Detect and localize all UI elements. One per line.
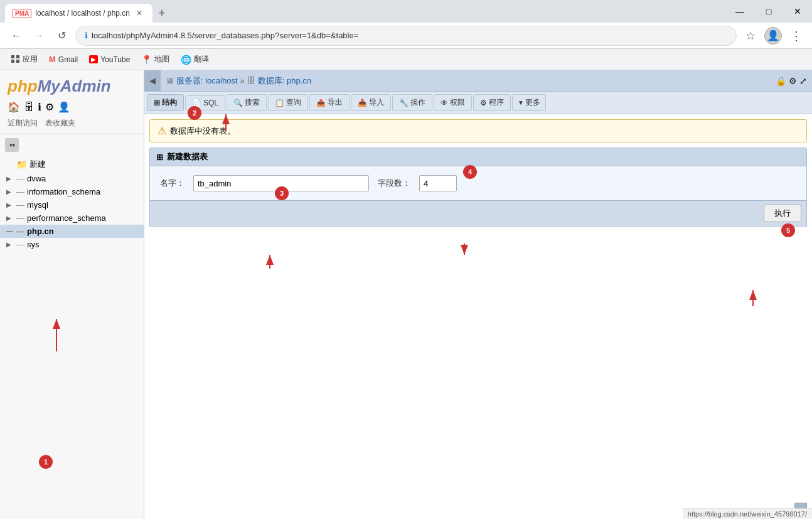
nav-collapse-button[interactable]: ◀ <box>144 70 161 92</box>
browser-chrome: PMA localhost / localhost / php.cn ✕ + —… <box>0 0 812 70</box>
sidebar-tree: 📁 新建 ▶ — dvwa ▶ — information_schema ▶ —… <box>0 156 144 519</box>
tree-mysql-label: mysql <box>27 200 48 210</box>
mysql-expand-icon: ▶ <box>6 201 14 208</box>
tab-toolbar: ⊞ 结构 📄 SQL 🔍 搜索 📋 查询 📤 导出 📥 导入 <box>144 92 812 114</box>
bookmark-translate[interactable]: 🌐 翻译 <box>177 53 213 66</box>
bookmark-gmail[interactable]: M Gmail <box>45 53 82 65</box>
bookmark-youtube[interactable]: ▶ YouTube <box>85 54 134 65</box>
back-button[interactable]: ← <box>8 27 25 45</box>
translate-icon: 🌐 <box>181 55 191 65</box>
tab-title: localhost / localhost / php.cn <box>35 9 130 18</box>
translate-label: 翻译 <box>194 54 209 65</box>
menu-button[interactable]: ⋮ <box>787 27 804 45</box>
gear-icon[interactable]: ⚙ <box>789 76 797 86</box>
bookmark-apps[interactable]: 应用 <box>8 53 41 66</box>
user-icon[interactable]: 👤 <box>58 101 70 113</box>
apps-icon <box>11 55 20 64</box>
tree-item-dvwa[interactable]: ▶ — dvwa <box>0 172 144 185</box>
top-nav-right-icons: 🔒 ⚙ ⤢ <box>771 76 812 86</box>
mysql-db-icon: — <box>16 200 24 210</box>
db-label[interactable]: 数据库: php.cn <box>258 75 311 87</box>
new-table-section: ⊞ 新建数据表 名字： 字段数： 执行 5 3 4 <box>149 147 807 227</box>
dvwa-expand-icon: ▶ <box>6 175 14 182</box>
annotation-5: 5 <box>781 223 795 237</box>
operation-label: 操作 <box>410 97 425 108</box>
columns-label: 字段数： <box>378 178 410 189</box>
info-icon[interactable]: ℹ <box>38 101 41 113</box>
settings-icon[interactable]: ⚙ <box>45 101 54 113</box>
query-icon: 📋 <box>275 99 284 107</box>
lock-icon[interactable]: 🔒 <box>776 76 786 86</box>
status-bar: https://blog.csdn.net/weixin_45798017/ <box>683 508 812 519</box>
tab-routine[interactable]: ⚙ 程序 <box>473 94 511 111</box>
browser-tab[interactable]: PMA localhost / localhost / php.cn ✕ <box>5 4 152 23</box>
maximize-button[interactable]: □ <box>754 0 783 23</box>
sidebar-collapse-button[interactable]: ⇔ <box>5 138 19 152</box>
server-label[interactable]: 服务器: localhost <box>176 75 238 87</box>
perf-schema-db-icon: — <box>16 213 24 223</box>
logo-text: phpMyAdmin <box>8 77 111 95</box>
tab-search[interactable]: 🔍 搜索 <box>227 94 267 111</box>
perf-schema-expand-icon: ▶ <box>6 215 14 222</box>
maps-label: 地图 <box>154 54 169 65</box>
apps-label: 应用 <box>23 54 38 65</box>
address-bar: ← → ↺ ℹ localhost/phpMyAdmin4.8.5/server… <box>0 23 812 49</box>
window-controls: — □ ✕ <box>725 0 812 23</box>
name-label: 名字： <box>160 178 184 189</box>
tab-query[interactable]: 📋 查询 <box>268 94 308 111</box>
tree-dvwa-label: dvwa <box>27 174 46 183</box>
db-icon: 🗄 <box>247 76 255 85</box>
status-url: https://blog.csdn.net/weixin_45798017/ <box>688 510 807 518</box>
annotation-3: 3 <box>275 186 289 200</box>
bookmarks-bar: 应用 M Gmail ▶ YouTube 📍 地图 🌐 翻译 <box>0 49 812 70</box>
recent-link[interactable]: 近期访问 <box>8 118 38 129</box>
tab-export[interactable]: 📤 导出 <box>309 94 350 111</box>
tree-item-sys[interactable]: ▶ — sys <box>0 238 144 251</box>
tree-item-new[interactable]: 📁 新建 <box>0 157 144 172</box>
new-table-body: 名字： 字段数： <box>149 166 807 201</box>
tree-php-cn-label: php.cn <box>27 227 54 236</box>
tab-close-icon[interactable]: ✕ <box>134 8 145 19</box>
url-bar[interactable]: ℹ localhost/phpMyAdmin4.8.5/server_datab… <box>75 26 737 46</box>
tree-item-performance-schema[interactable]: ▶ — performance_schema <box>0 211 144 225</box>
gmail-icon: M <box>49 55 56 64</box>
sys-db-icon: — <box>16 240 24 249</box>
more-label: 更多 <box>525 97 540 108</box>
new-table-form-row: 名字： 字段数： <box>160 175 796 200</box>
more-arrow-icon: ▼ <box>518 99 524 106</box>
tree-sys-label: sys <box>27 240 40 249</box>
search-label: 搜索 <box>245 97 260 108</box>
reload-button[interactable]: ↺ <box>53 27 70 45</box>
forward-button[interactable]: → <box>30 27 48 45</box>
database-icon[interactable]: 🗄 <box>24 102 34 113</box>
expand-icon[interactable]: ⤢ <box>799 76 807 86</box>
sys-expand-icon: ▶ <box>6 241 14 248</box>
tab-more[interactable]: ▼ 更多 <box>512 94 546 111</box>
new-tab-button[interactable]: + <box>152 4 171 23</box>
tab-structure[interactable]: ⊞ 结构 <box>147 94 184 111</box>
minimize-button[interactable]: — <box>725 0 754 23</box>
bookmark-maps[interactable]: 📍 地图 <box>137 53 173 66</box>
import-icon: 📥 <box>358 99 367 107</box>
annotation-2: 2 <box>188 106 201 120</box>
favorites-link[interactable]: 表收藏夹 <box>45 118 75 129</box>
tab-operation[interactable]: 🔧 操作 <box>392 94 432 111</box>
alert-box: ⚠ 数据库中没有表。 2 <box>149 119 807 142</box>
url-text: localhost/phpMyAdmin4.8.5/server_databas… <box>92 31 358 40</box>
sql-label: SQL <box>203 99 218 107</box>
columns-count-input[interactable] <box>419 175 457 191</box>
profile-button[interactable]: 👤 <box>764 27 782 45</box>
home-icon[interactable]: 🏠 <box>8 101 20 113</box>
tree-new-label: 新建 <box>29 159 46 170</box>
bookmark-star-button[interactable]: ☆ <box>742 27 759 45</box>
tree-item-php-cn[interactable]: — — php.cn <box>0 225 144 238</box>
maps-icon: 📍 <box>141 55 152 65</box>
top-nav-bar: ◀ 🖥 服务器: localhost » 🗄 数据库: php.cn 🔒 ⚙ ⤢ <box>144 70 812 92</box>
close-button[interactable]: ✕ <box>783 0 812 23</box>
tab-import[interactable]: 📥 导入 <box>351 94 391 111</box>
tab-privilege[interactable]: 👁 权限 <box>434 94 472 111</box>
tree-item-information-schema[interactable]: ▶ — information_schema <box>0 185 144 198</box>
execute-button[interactable]: 执行 <box>764 205 801 222</box>
annotation-4: 4 <box>463 165 477 179</box>
tree-item-mysql[interactable]: ▶ — mysql <box>0 198 144 211</box>
